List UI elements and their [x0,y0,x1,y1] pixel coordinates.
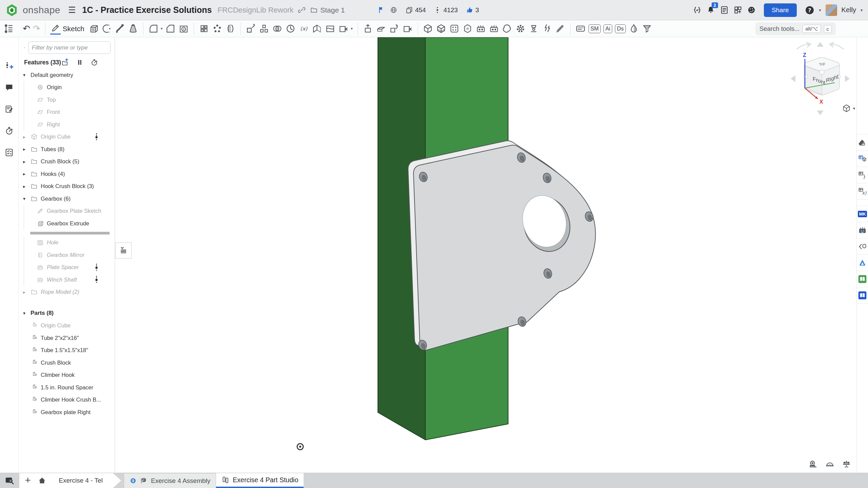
workspace-name[interactable]: Stage 1 [320,6,345,14]
boolean-tool[interactable] [271,23,283,35]
chevron-down-icon[interactable]: ▾ [161,26,163,31]
workspace-folder-icon[interactable] [310,6,318,14]
featurescript-tool[interactable] [515,23,526,35]
tasks-button[interactable] [720,5,729,15]
rollback-bar[interactable] [19,230,115,237]
home-icon[interactable] [38,476,46,485]
main-menu-button[interactable]: ☰ [68,5,76,15]
sculpt-tool[interactable] [501,23,513,35]
share-button[interactable]: Share [764,3,797,17]
part-origin-cube[interactable]: Origin Cube [19,320,115,332]
chevron-down-icon[interactable]: ▾ [351,26,353,31]
sweep-tool[interactable] [114,23,126,35]
move-face-tool[interactable] [362,23,374,35]
drawings-tool[interactable]: Ds [614,24,626,34]
document-title[interactable]: 1C - Practice Exercise Solutions [82,5,212,15]
sheet-metal-tool[interactable]: SM [588,24,601,34]
sketch-button[interactable]: Sketch [50,22,86,35]
linear-pattern-tool[interactable] [198,23,210,35]
new-tab-button[interactable]: + [23,476,32,485]
cad-app-button[interactable] [857,255,868,271]
export-app-button[interactable] [857,239,868,255]
part-climber-hook-crush[interactable]: Climber Hook Crush B... [19,394,115,406]
tree-item-origin[interactable]: Origin [19,81,115,94]
fillet-tool[interactable]: ▾ [148,23,163,35]
mirror-tool[interactable] [225,23,236,35]
tree-item-gearbox-plate-sketch[interactable]: Gearbox Plate Sketch [19,205,115,218]
part-crush-block[interactable]: Crush Block [19,357,115,369]
chevron-icon[interactable]: ▸ [23,134,31,140]
feature-list-toggle[interactable] [3,23,15,35]
copies-stat[interactable]: 454 [405,6,426,14]
mass-properties-button[interactable] [842,460,851,469]
tree-folder-crush-block[interactable]: ▸ Crush Block (5) [19,156,115,168]
tree-item-front[interactable]: Front [19,106,115,119]
tree-item-winch-shaft[interactable]: Winch Shaft [19,273,115,286]
appearance-panel-button[interactable] [857,135,868,151]
tab-exercise4-part-studio[interactable]: Exercise 4 Part Studio [216,473,304,488]
helix-tool[interactable] [285,23,296,35]
tree-item-top[interactable]: Top [19,94,115,106]
ai-tool[interactable]: Ai [603,24,613,34]
appearance-tool[interactable] [448,23,460,35]
configuration-table-button[interactable] [857,151,868,167]
library-green-button[interactable] [857,271,868,287]
pause-icon[interactable] [76,58,84,66]
variable-tool[interactable] [298,23,310,35]
chevron-icon[interactable]: ▸ [23,171,31,177]
tree-folder-gearbox[interactable]: ▾ Gearbox (6) [19,192,115,205]
comments-button[interactable] [4,83,14,92]
delete-part-tool[interactable]: ▾ [337,23,353,35]
redo-button[interactable]: ↷ [32,23,41,35]
tree-item-plate-spacer[interactable]: Plate Spacer [19,261,115,274]
funnel-tool[interactable] [641,23,653,35]
versions-flag-icon[interactable] [378,6,385,14]
tab-exercise4-tel[interactable]: + Exercise 4 - Tel [19,473,121,488]
delete-face-tool[interactable] [402,23,413,35]
frc-lib-tool-1[interactable] [475,23,487,35]
featurescript-check-button[interactable] [693,5,702,15]
model-scene[interactable] [115,37,856,473]
history-button[interactable] [4,126,14,136]
configured-feature-icon[interactable] [94,263,99,272]
filter-funnel-icon[interactable] [24,44,25,52]
user-name[interactable]: Kelly [842,6,856,14]
tree-folder-hooks[interactable]: ▸ Hooks (4) [19,168,115,180]
mkcad-app-button[interactable]: MK [857,206,868,222]
modify-fillet-tool[interactable] [324,23,336,35]
create-version-button[interactable] [4,61,14,70]
tree-folder-rope-model[interactable]: ▸ Rope Model (2) [19,286,115,299]
graphics-viewport[interactable]: Front Right Top Z X ▾ [115,37,856,473]
part-climber-hook[interactable]: Climber Hook [19,369,115,382]
chevron-icon[interactable]: ▸ [23,184,31,189]
extrude-tool[interactable] [88,23,99,35]
offset-surface-tool[interactable] [388,23,400,35]
checklist-button[interactable] [4,148,14,157]
tab-exercise4-assembly[interactable]: Exercise 4 Assembly [124,473,216,488]
revolve-tool[interactable] [101,23,113,35]
chevron-icon[interactable]: ▾ [23,72,31,78]
transform-tool[interactable] [245,23,257,35]
undo-button[interactable]: ↶ [22,23,31,35]
parts-header[interactable]: ▾ Parts (8) [19,307,115,320]
split-tool[interactable] [311,23,323,35]
mass-properties-tool[interactable] [435,23,447,35]
library-blue-button[interactable] [857,287,868,304]
name-tag-tool[interactable] [575,23,586,35]
help-caret-icon[interactable]: ▾ [819,8,821,13]
paint-tool[interactable] [628,23,640,35]
measure-cube-tool[interactable] [422,23,434,35]
help-button[interactable] [805,5,815,15]
changes-stat[interactable]: 4123 [433,6,458,14]
tape-measure-button[interactable] [809,460,818,469]
likes-stat[interactable]: 3 [466,6,479,14]
notes-button[interactable] [4,104,14,114]
chevron-icon[interactable]: ▸ [23,289,31,295]
material-tool[interactable] [462,23,474,35]
spark-tool[interactable] [541,23,553,35]
user-avatar[interactable] [826,4,837,16]
replace-face-tool[interactable] [375,23,387,35]
notifications-button[interactable]: 2 [706,5,715,15]
tree-item-gearbox-extrude[interactable]: Gearbox Extrude [19,217,115,230]
gearbox-plate-part[interactable] [408,141,595,351]
